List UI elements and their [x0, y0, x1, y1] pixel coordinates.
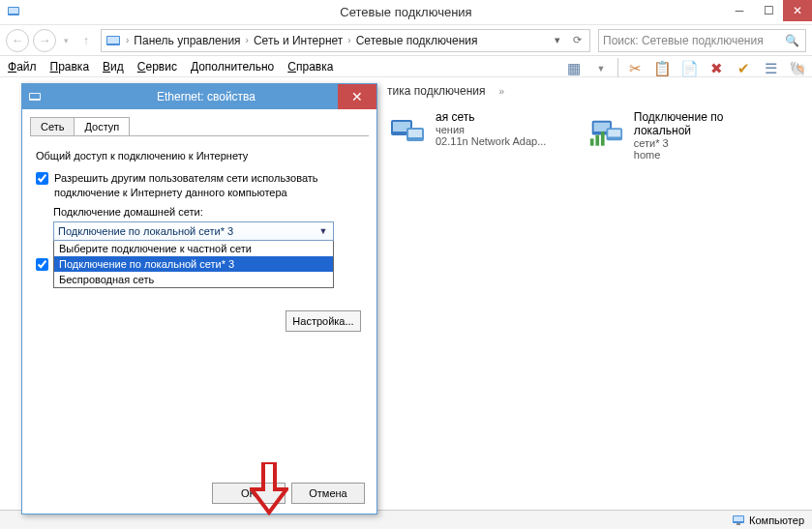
svg-rect-13: [595, 135, 599, 146]
allow-control-checkbox[interactable]: [36, 258, 48, 271]
nav-history-dropdown[interactable]: ▾: [60, 29, 72, 52]
svg-rect-16: [734, 516, 743, 521]
search-placeholder: Поиск: Сетевые подключения: [603, 34, 764, 47]
connection-status: чения: [436, 124, 546, 135]
navigation-row: ← → ▾ ↑ › Панель управления › Сеть и Инт…: [0, 25, 812, 56]
copy-icon[interactable]: 📋: [651, 58, 673, 79]
address-bar[interactable]: › Панель управления › Сеть и Интернет › …: [101, 29, 590, 52]
allow-sharing-checkbox-row: Разрешить другим пользователям сети испо…: [36, 171, 363, 200]
cancel-button[interactable]: Отмена: [291, 483, 365, 504]
minimize-button[interactable]: ─: [725, 0, 754, 21]
allow-sharing-checkbox[interactable]: [36, 172, 48, 185]
wifi-network-icon: [387, 110, 428, 151]
toolbar-separator: [617, 58, 618, 79]
connection-item-wifi[interactable]: ая сеть чения 02.11n Network Adap...: [387, 110, 571, 161]
breadcrumb-item-2[interactable]: Сеть и Интернет: [254, 34, 343, 47]
tab-network[interactable]: Сеть: [30, 117, 75, 135]
svg-rect-19: [30, 94, 40, 99]
ok-button[interactable]: OK: [212, 483, 286, 504]
close-window-button[interactable]: ✕: [783, 0, 812, 21]
allow-sharing-label: Разрешить другим пользователям сети испо…: [54, 171, 363, 200]
up-button[interactable]: ↑: [75, 30, 97, 51]
search-input[interactable]: Поиск: Сетевые подключения 🔍: [598, 29, 806, 52]
dialog-close-button[interactable]: ✕: [338, 84, 376, 109]
breadcrumb-sep: ›: [243, 35, 252, 45]
connection-name: ая сеть: [436, 110, 546, 124]
dialog-buttons: OK Отмена: [212, 483, 365, 504]
menu-tools[interactable]: Сервис: [137, 60, 177, 73]
connection-adapter: 02.11n Network Adap...: [436, 135, 546, 147]
dialog-title: Ethernet: свойства: [42, 90, 371, 103]
settings-button[interactable]: Настройка...: [286, 310, 361, 332]
menu-help[interactable]: Справка: [287, 60, 333, 73]
svg-rect-14: [601, 132, 605, 146]
network-icon: [28, 90, 42, 103]
home-network-label: Подключение домашней сети:: [53, 206, 363, 218]
tab-sharing[interactable]: Доступ: [74, 117, 130, 135]
command-bar: тика подключения »: [387, 77, 504, 104]
back-button[interactable]: ←: [6, 29, 29, 52]
menu-edit[interactable]: Правка: [50, 60, 90, 73]
svg-rect-1: [9, 8, 18, 14]
svg-rect-12: [590, 138, 594, 145]
delete-icon[interactable]: ✖: [706, 58, 727, 79]
dropdown-option-3[interactable]: Беспроводная сеть: [54, 272, 333, 287]
dialog-title-bar: Ethernet: свойства ✕: [22, 84, 376, 109]
breadcrumb-sep: ›: [345, 35, 353, 45]
connection-item-lan3[interactable]: Подключение по локальной сети* 3 home: [588, 110, 772, 161]
svg-rect-17: [737, 523, 740, 525]
status-location: Компьютер: [732, 514, 804, 527]
folder-icon: [105, 33, 121, 48]
dialog-tabs: Сеть Доступ: [22, 109, 376, 135]
connections-list: ая сеть чения 02.11n Network Adap... Под…: [387, 110, 772, 161]
check-icon[interactable]: ✔: [733, 58, 754, 79]
svg-rect-3: [107, 37, 119, 44]
window-controls: ─ ☐ ✕: [725, 0, 812, 21]
app-icon: [6, 4, 21, 19]
diagnose-label[interactable]: тика подключения: [387, 84, 486, 98]
menu-file[interactable]: Файл: [8, 60, 37, 73]
connection-status: сети* 3: [634, 137, 772, 149]
organize-icon[interactable]: ▦: [563, 58, 585, 79]
breadcrumb-item-1[interactable]: Панель управления: [134, 34, 240, 47]
combo-arrow-icon: ▼: [316, 223, 331, 239]
home-network-combo[interactable]: Подключение по локальной сети* 3 ▼: [53, 221, 334, 241]
connection-adapter: home: [634, 149, 772, 161]
svg-rect-11: [608, 130, 620, 136]
paste-icon[interactable]: 📄: [678, 58, 700, 79]
cut-icon[interactable]: ✂: [624, 58, 646, 79]
command-overflow-icon[interactable]: »: [499, 86, 505, 97]
connection-name: Подключение по локальной: [634, 110, 772, 137]
main-title-bar: Сетевые подключения ─ ☐ ✕: [0, 0, 812, 25]
shell-icon[interactable]: 🐚: [787, 58, 808, 79]
menu-view[interactable]: Вид: [103, 60, 124, 73]
window-title: Сетевые подключения: [340, 5, 471, 19]
section-title: Общий доступ к подключению к Интернету: [36, 150, 363, 162]
search-icon: 🔍: [785, 34, 799, 47]
dropdown-option-1[interactable]: Выберите подключение к частной сети: [54, 241, 333, 256]
breadcrumb-sep: ›: [123, 35, 132, 45]
breadcrumb-item-3[interactable]: Сетевые подключения: [356, 34, 478, 47]
properties-icon[interactable]: ☰: [760, 58, 781, 79]
svg-rect-7: [408, 130, 422, 137]
dialog-body: Общий доступ к подключению к Интернету Р…: [22, 136, 376, 298]
view-dropdown-icon[interactable]: ▼: [590, 58, 612, 79]
properties-dialog: Ethernet: свойства ✕ Сеть Доступ Общий д…: [21, 83, 377, 514]
address-dropdown-icon[interactable]: ▾: [549, 32, 566, 49]
home-network-dropdown: Выберите подключение к частной сети Подк…: [53, 241, 334, 288]
combo-value: Подключение по локальной сети* 3: [58, 225, 233, 237]
allow-control-checkbox-row: [36, 258, 48, 271]
forward-button[interactable]: →: [33, 29, 56, 52]
computer-icon: [732, 514, 745, 527]
menu-advanced[interactable]: Дополнительно: [191, 60, 274, 73]
dropdown-option-2[interactable]: Подключение по локальной сети* 3: [54, 256, 333, 272]
status-location-label: Компьютер: [749, 514, 804, 526]
lan-network-icon: [588, 110, 626, 151]
maximize-button[interactable]: ☐: [754, 0, 783, 21]
refresh-icon[interactable]: ⟳: [568, 32, 586, 49]
